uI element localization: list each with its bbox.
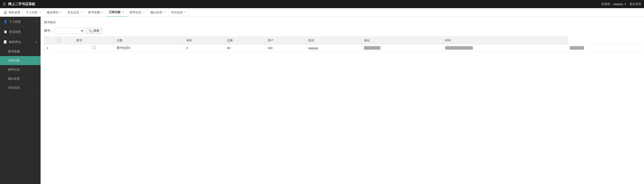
content-area: 图书购买 图书： 🔍 搜索 图书总数单价总额用户电话地址时间 1图书信息8280… [40, 17, 644, 184]
sidebar-item-reviews[interactable]: 评论信息 [0, 83, 40, 92]
col-header-3: 单价 [184, 37, 224, 44]
table-row: 1图书信息8280160qqqqqq [44, 44, 640, 52]
tab-dashboard[interactable]: 🏠我的桌面 [1, 8, 23, 17]
sidebar-section-header-personal-info[interactable]: 👤个人信息‹ [0, 17, 40, 27]
sidebar-item-confirm-receipt[interactable]: 确认收货 [0, 74, 40, 83]
filter-bar: 图书： 🔍 搜索 [44, 28, 640, 34]
sidebar-section-purchase-review: 📝购买评论∨图书收藏已经付款邮寄信息确认收货评论信息 [0, 37, 40, 93]
tab-mail-info[interactable]: 邮寄信息✕ [127, 8, 148, 17]
sidebar-section-feedback: 📋意见信息‹ [0, 27, 40, 37]
tab-profile[interactable]: 个人信息✕ [23, 8, 44, 17]
tab-reviews[interactable]: 评论信息✕ [168, 8, 189, 17]
tab-label: 个人信息 [26, 10, 38, 15]
tab-close-icon[interactable]: ✕ [122, 11, 124, 14]
row-book-name: 图书信息8 [114, 44, 184, 52]
phone-redacted [364, 46, 380, 50]
chevron-icon: ‹ [36, 20, 37, 23]
sidebar-item-book-collection[interactable]: 图书收藏 [0, 47, 40, 56]
chevron-icon: ∨ [35, 41, 37, 44]
menu-icon[interactable]: ☰ [3, 2, 6, 6]
top-header: ☰ 网上二手书店系统 欢迎您，qqqqqq ▼ 前台首页 [0, 0, 644, 8]
tab-label: 修改密码 [47, 10, 58, 15]
col-header-2: 总数 [114, 37, 184, 44]
sidebar-section-header-feedback[interactable]: 📋意见信息‹ [0, 27, 40, 37]
tab-label: 图书收藏 [88, 10, 100, 15]
sidebar-item-mail-info[interactable]: 邮寄信息 [0, 65, 40, 74]
select-all-checkbox[interactable] [58, 39, 60, 42]
time-redacted [570, 46, 584, 50]
tab-label: 已经付款 [109, 10, 121, 14]
tab-bar: 🏠我的桌面个人信息✕修改密码✕意见信息✕图书收藏✕已经付款✕邮寄信息✕确认收货✕… [0, 8, 644, 17]
tab-label: 我的桌面 [8, 10, 20, 15]
sidebar-item-label: 已经付款 [8, 59, 20, 62]
tab-close-icon[interactable]: ✕ [60, 11, 62, 14]
data-table: 图书总数单价总额用户电话地址时间 1图书信息8280160qqqqqq [44, 37, 640, 52]
tab-label: 确认收货 [150, 10, 162, 15]
table-header: 图书总数单价总额用户电话地址时间 [44, 37, 640, 44]
col-header-1: 图书 [74, 37, 114, 44]
tab-book-collection[interactable]: 图书收藏✕ [86, 8, 106, 17]
row-quantity: 2 [184, 44, 224, 52]
sidebar-item-label: 邮寄信息 [8, 68, 20, 71]
main-layout: 👤个人信息‹📋意见信息‹📝购买评论∨图书收藏已经付款邮寄信息确认收货评论信息 图… [0, 17, 644, 184]
section-icon: 📝 [4, 40, 7, 44]
app-title: 网上二手书店系统 [8, 2, 35, 6]
sidebar-item-paid[interactable]: 已经付款 [0, 56, 40, 65]
row-checkbox-cell [74, 44, 114, 52]
col-header-6: 电话 [306, 37, 362, 44]
table-body: 1图书信息8280160qqqqqq [44, 44, 640, 52]
tab-close-icon[interactable]: ✕ [39, 11, 41, 14]
tab-close-icon[interactable]: ✕ [164, 11, 166, 14]
sidebar-item-label: 确认收货 [8, 77, 20, 80]
search-button[interactable]: 🔍 搜索 [86, 28, 102, 34]
book-filter-select[interactable] [55, 28, 84, 34]
row-user: qqqqqq [306, 44, 362, 52]
section-label: 个人信息 [9, 20, 21, 23]
section-label: 意见信息 [9, 30, 21, 33]
tab-close-icon[interactable]: ✕ [80, 11, 82, 14]
address-redacted [445, 46, 473, 50]
row-total: 160 [265, 44, 306, 52]
row-phone [362, 44, 443, 52]
row-address [443, 44, 568, 52]
header-left: ☰ 网上二手书店系统 [3, 2, 35, 6]
tab-paid[interactable]: 已经付款✕ [106, 8, 127, 17]
tab-close-icon[interactable]: ✕ [143, 11, 145, 14]
tab-close-icon[interactable]: ✕ [184, 11, 186, 14]
row-select-checkbox[interactable] [93, 46, 96, 49]
tab-label: 评论信息 [171, 10, 183, 15]
header-right: 欢迎您，qqqqqq ▼ 前台首页 [602, 2, 641, 6]
tab-label: 意见信息 [68, 10, 79, 15]
sidebar-section-personal-info: 👤个人信息‹ [0, 17, 40, 27]
row-unit-price: 80 [224, 44, 265, 52]
row-time [568, 44, 640, 52]
sidebar: 👤个人信息‹📋意见信息‹📝购买评论∨图书收藏已经付款邮寄信息确认收货评论信息 [0, 17, 40, 184]
col-header-5: 用户 [265, 37, 306, 44]
section-icon: 👤 [4, 20, 7, 23]
col-header-7: 地址 [362, 37, 443, 44]
search-icon: 🔍 [89, 29, 92, 33]
filter-label: 图书： [44, 29, 53, 33]
col-header-8: 时间 [443, 37, 568, 44]
sidebar-item-label: 评论信息 [8, 86, 20, 89]
chevron-icon: ‹ [36, 31, 37, 33]
section-icon: 📋 [4, 30, 7, 33]
tab-confirm-receipt[interactable]: 确认收货✕ [148, 8, 168, 17]
tab-feedback[interactable]: 意见信息✕ [65, 8, 86, 17]
frontend-link[interactable]: 前台首页 [630, 2, 641, 6]
tab-close-icon[interactable]: ✕ [101, 11, 103, 14]
sidebar-item-label: 图书收藏 [8, 50, 20, 53]
col-header-4: 总额 [224, 37, 265, 44]
col-header-0 [44, 37, 74, 44]
tab-label: 邮寄信息 [130, 10, 142, 15]
breadcrumb: 图书购买 [44, 20, 640, 24]
welcome-text: 欢迎您，qqqqqq ▼ [602, 2, 626, 6]
tab-change-password[interactable]: 修改密码✕ [44, 8, 65, 17]
section-label: 购买评论 [9, 40, 21, 44]
sidebar-section-header-purchase-review[interactable]: 📝购买评论∨ [0, 37, 40, 47]
row-index: 1 [44, 44, 74, 52]
home-icon: 🏠 [4, 11, 7, 14]
